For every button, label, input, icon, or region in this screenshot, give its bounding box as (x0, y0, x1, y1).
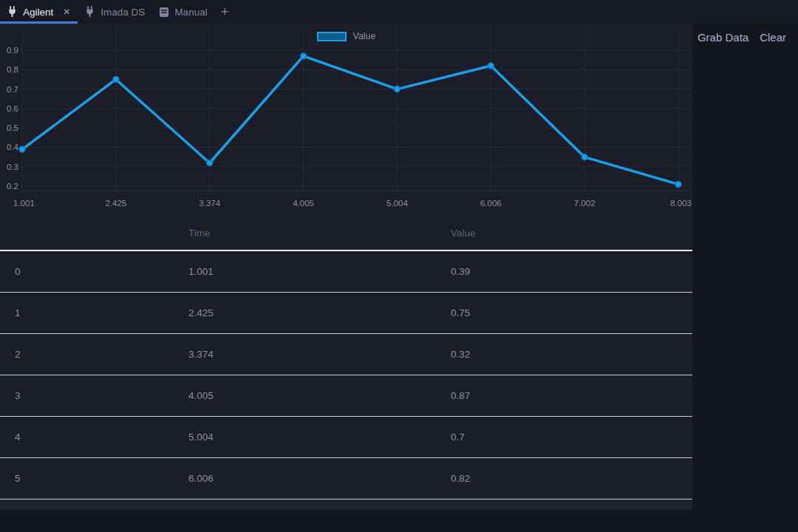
tab-manual[interactable]: Manual (152, 0, 214, 24)
table-row[interactable]: 01.0010.39 (0, 251, 692, 293)
table-cell: 0.32 (436, 349, 692, 360)
table-cell: 4.005 (174, 390, 436, 401)
tab-bar: Agilent ✕ Imada DS Manual + (0, 0, 798, 24)
data-panel: Value 0.90.80.70.60.50.40.30.21.0012.425… (0, 24, 692, 510)
tab-label: Imada DS (100, 7, 145, 18)
table-cell: 1 (0, 307, 174, 318)
table-cell: 2 (0, 349, 174, 360)
table-cell: 5 (0, 473, 174, 484)
table-row[interactable]: 23.3740.32 (0, 334, 692, 375)
svg-text:0.8: 0.8 (7, 65, 18, 74)
header-value: Value (436, 228, 692, 239)
chart-canvas: 0.90.80.70.60.50.40.30.21.0012.4253.3744… (0, 24, 692, 216)
table-cell: 0.7 (436, 432, 692, 443)
table-row[interactable]: 45.0040.7 (0, 417, 692, 458)
tab-label: Manual (174, 7, 207, 18)
line-chart: Value 0.90.80.70.60.50.40.30.21.0012.425… (0, 24, 692, 216)
plug-icon (7, 6, 18, 18)
table-header: Time Value (0, 216, 692, 251)
table-row[interactable]: 12.4250.75 (0, 293, 692, 334)
svg-text:3.374: 3.374 (199, 199, 220, 208)
close-icon[interactable]: ✕ (63, 7, 70, 16)
table-cell: 6.006 (174, 473, 436, 484)
table-cell: 0.39 (436, 266, 692, 277)
svg-text:0.6: 0.6 (7, 104, 18, 113)
table-cell: 1.001 (174, 266, 436, 277)
svg-text:8.003: 8.003 (670, 199, 692, 208)
svg-text:2.425: 2.425 (105, 199, 126, 208)
table-cell: 4 (0, 432, 174, 443)
chart-legend[interactable]: Value (316, 31, 375, 41)
svg-text:7.002: 7.002 (574, 199, 596, 208)
svg-text:4.005: 4.005 (293, 199, 314, 208)
data-table: Time Value 01.0010.3912.4250.7523.3740.3… (0, 216, 692, 510)
table-row-partial (0, 499, 692, 510)
header-time: Time (174, 228, 436, 239)
tab-agilent[interactable]: Agilent ✕ (0, 0, 78, 24)
table-cell: 3 (0, 390, 174, 401)
chart-actions: Grab Data Clear (698, 31, 786, 44)
svg-text:0.5: 0.5 (7, 123, 18, 132)
svg-text:5.004: 5.004 (386, 199, 408, 208)
table-cell: 0.82 (436, 473, 692, 484)
svg-text:6.006: 6.006 (480, 199, 502, 208)
legend-label: Value (352, 31, 375, 41)
main-content: Value 0.90.80.70.60.50.40.30.21.0012.425… (0, 24, 798, 532)
grab-data-button[interactable]: Grab Data (698, 31, 748, 44)
svg-text:0.2: 0.2 (7, 182, 18, 191)
plug-icon (84, 6, 95, 18)
legend-swatch (316, 32, 346, 41)
table-cell: 0.75 (436, 307, 692, 318)
clear-button[interactable]: Clear (760, 31, 786, 44)
table-cell: 5.004 (174, 432, 436, 443)
table-cell: 3.374 (174, 349, 436, 360)
svg-text:0.3: 0.3 (7, 163, 18, 171)
table-body: 01.0010.3912.4250.7523.3740.3234.0050.87… (0, 251, 692, 499)
table-row[interactable]: 56.0060.82 (0, 458, 692, 499)
svg-text:1.001: 1.001 (13, 199, 35, 208)
table-cell: 2.425 (174, 307, 436, 318)
tab-label: Agilent (23, 7, 53, 18)
table-row[interactable]: 34.0050.87 (0, 375, 692, 417)
svg-text:0.7: 0.7 (7, 85, 18, 94)
table-cell: 0 (0, 266, 174, 277)
svg-text:0.9: 0.9 (7, 46, 18, 55)
book-icon (159, 7, 169, 18)
svg-text:0.4: 0.4 (7, 143, 19, 151)
tab-imada-ds[interactable]: Imada DS (78, 0, 152, 24)
table-cell: 0.87 (436, 390, 692, 401)
add-tab-button[interactable]: + (215, 0, 235, 24)
